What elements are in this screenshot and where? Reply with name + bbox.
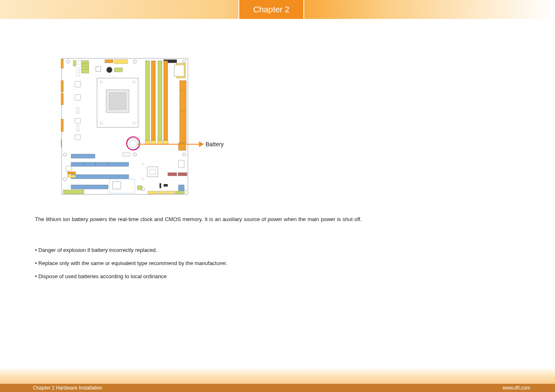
- svg-point-57: [127, 138, 139, 150]
- svg-rect-46: [174, 65, 184, 76]
- svg-rect-11: [61, 81, 63, 92]
- svg-rect-84: [178, 185, 184, 191]
- svg-rect-19: [76, 73, 80, 76]
- svg-rect-10: [61, 59, 63, 68]
- svg-rect-72: [113, 182, 121, 189]
- svg-rect-65: [71, 185, 108, 189]
- svg-rect-12: [61, 93, 63, 105]
- svg-rect-59: [71, 154, 95, 158]
- safety-bullet: • Replace only with the same or equivale…: [35, 260, 372, 266]
- svg-rect-56: [75, 135, 81, 140]
- svg-rect-69: [67, 172, 76, 174]
- safety-measures-list: • Danger of explosion if battery incorre…: [35, 247, 372, 279]
- battery-description: The lithium ion battery powers the real-…: [35, 216, 368, 223]
- svg-rect-25: [114, 60, 127, 64]
- svg-rect-87: [167, 191, 174, 194]
- svg-rect-51: [75, 81, 81, 87]
- svg-rect-39: [158, 61, 162, 141]
- svg-rect-82: [160, 183, 161, 188]
- safety-bullet: • Dispose of used batteries according to…: [35, 273, 372, 279]
- footer-chapter-title: Chapter 2 Hardware Installation: [33, 385, 102, 391]
- chapter-tab: Chapter 2: [238, 0, 304, 19]
- svg-rect-83: [164, 184, 168, 187]
- page-content: The lithium ion battery powers the real-…: [35, 216, 372, 286]
- svg-rect-26: [114, 68, 123, 72]
- svg-rect-24: [105, 60, 113, 63]
- svg-rect-70: [67, 175, 76, 178]
- svg-rect-14: [61, 140, 62, 147]
- footer-url: www.dfi.com: [503, 385, 530, 391]
- svg-rect-20: [81, 61, 89, 73]
- svg-rect-18: [76, 68, 80, 71]
- svg-rect-80: [178, 173, 187, 176]
- svg-rect-75: [150, 169, 155, 174]
- arrow-right-icon: [199, 141, 204, 147]
- svg-rect-66: [63, 190, 69, 194]
- svg-rect-67: [70, 190, 84, 194]
- svg-rect-79: [168, 173, 177, 176]
- svg-rect-55: [76, 125, 79, 131]
- svg-rect-64: [71, 175, 129, 179]
- svg-rect-36: [109, 93, 126, 109]
- svg-rect-68: [66, 166, 72, 171]
- svg-rect-53: [76, 108, 79, 113]
- svg-rect-60: [71, 162, 129, 166]
- svg-rect-15: [73, 60, 76, 66]
- svg-rect-52: [75, 95, 81, 100]
- svg-rect-78: [178, 160, 184, 168]
- safety-bullet: • Danger of explosion if battery incorre…: [35, 247, 372, 253]
- svg-rect-38: [151, 61, 155, 141]
- motherboard-diagram: [61, 58, 189, 195]
- svg-point-28: [106, 67, 112, 73]
- svg-rect-47: [180, 81, 186, 143]
- svg-rect-86: [159, 191, 166, 194]
- callout-label-battery: Battery: [206, 141, 224, 148]
- svg-rect-88: [175, 191, 184, 194]
- svg-rect-54: [75, 118, 81, 123]
- svg-rect-40: [164, 61, 168, 141]
- svg-rect-85: [148, 191, 158, 194]
- callout-line: [137, 144, 199, 145]
- svg-rect-81: [137, 186, 142, 190]
- svg-rect-37: [146, 61, 150, 141]
- footer-bar: Chapter 2 Hardware Installation www.dfi.…: [0, 384, 555, 392]
- svg-rect-13: [61, 119, 63, 131]
- svg-rect-73: [123, 153, 130, 156]
- svg-rect-27: [96, 67, 101, 71]
